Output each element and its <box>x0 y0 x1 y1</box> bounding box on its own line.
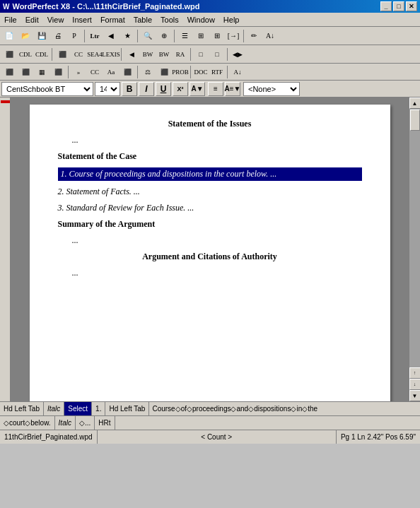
toolbar-btn-9[interactable]: ⊞ <box>193 28 209 44</box>
indent-button[interactable]: A≡▼ <box>225 82 240 96</box>
toolbar3-btn-9[interactable]: ⚖ <box>140 64 156 80</box>
toolbar3-btn-2[interactable]: ⬛ <box>18 64 33 80</box>
scroll-track[interactable] <box>409 109 421 367</box>
menu-window[interactable]: Window <box>183 13 219 26</box>
new-button[interactable]: 📄 <box>1 28 17 44</box>
filename-section: 11thCirBrief_Paginated.wpd <box>0 430 98 444</box>
toolbar2-btn-9[interactable]: BW <box>140 47 156 62</box>
search-button[interactable]: 🔍 <box>140 28 156 44</box>
open-button[interactable]: 📂 <box>18 28 33 44</box>
menu-view[interactable]: View <box>43 13 69 26</box>
toolbar-btn-12[interactable]: ✏ <box>246 28 262 44</box>
print-preview-button[interactable]: P <box>66 28 82 44</box>
toolbar3-btn-14[interactable]: A↓ <box>230 64 245 80</box>
code-italc-1[interactable]: Italc <box>44 402 64 415</box>
toolbar-2: ⬛ CDL CDL ⬛ CC SEA4 LEXIS ◀ BW BW RA □ □… <box>0 45 420 64</box>
toolbar-btn-13[interactable]: A↓ <box>262 28 278 44</box>
toolbar3-btn-11[interactable]: PROB <box>173 64 188 80</box>
toolbar3-sep-1 <box>68 66 69 78</box>
toolbar2-btn-12[interactable]: □ <box>193 47 209 62</box>
toolbar-btn-10[interactable]: ⊞ <box>209 28 225 44</box>
toolbar-btn-7[interactable]: ⊕ <box>156 28 172 44</box>
item-2: 2. Statement of Facts. ... <box>58 187 362 197</box>
scroll-down-button-2[interactable]: ↓ <box>409 379 421 390</box>
menu-insert[interactable]: Insert <box>68 13 96 26</box>
menu-tools[interactable]: Tools <box>156 13 183 26</box>
close-button[interactable]: ✕ <box>406 1 417 11</box>
superscript-button[interactable]: X² <box>173 82 188 96</box>
case-heading-text: Statement of the Case <box>58 151 137 161</box>
toolbar2-btn-11[interactable]: RA <box>173 47 188 62</box>
style-selector[interactable]: <None> <box>243 82 300 96</box>
toolbar2-btn-1[interactable]: ⬛ <box>1 47 17 62</box>
menu-table[interactable]: Table <box>129 13 156 26</box>
document-area: Statement of the Issues ... Statement of… <box>0 98 420 401</box>
scroll-up-button[interactable]: ▲ <box>409 98 421 109</box>
toolbar3-btn-12[interactable]: DOC <box>193 64 209 80</box>
menu-format[interactable]: Format <box>96 13 129 26</box>
toolbar2-sep-3 <box>190 48 191 61</box>
toolbar2-btn-5[interactable]: CC <box>71 47 86 62</box>
toolbar3-btn-1[interactable]: ⬛ <box>1 64 17 80</box>
toolbar2-btn-3[interactable]: CDL <box>34 47 49 62</box>
toolbar2-btn-6[interactable]: SEA4 <box>87 47 103 62</box>
toolbar3-btn-10[interactable]: ⬛ <box>156 64 172 80</box>
save-button[interactable]: 💾 <box>34 28 49 44</box>
position-section: Pg 1 Ln 2.42" Pos 6.59" <box>337 430 420 444</box>
toolbar2-sep-1 <box>52 48 52 61</box>
argument-heading: Argument and Citations of Authority <box>58 252 362 262</box>
toolbar2-btn-14[interactable]: ◀▶ <box>230 47 245 62</box>
menu-edit[interactable]: Edit <box>21 13 43 26</box>
maximize-button[interactable]: □ <box>393 1 404 11</box>
color-button[interactable]: A▼ <box>189 82 205 96</box>
scroll-thumb[interactable] <box>410 110 420 131</box>
vertical-scrollbar[interactable]: ▲ ↑ ↓ ▼ <box>409 98 420 401</box>
toolbar-btn-5[interactable]: ◀ <box>103 28 119 44</box>
toolbar3-btn-6[interactable]: CC <box>87 64 103 80</box>
ellipsis-1: ... <box>72 135 362 146</box>
code-hd-left-tab-1[interactable]: Hd Left Tab <box>0 402 44 415</box>
position-text: Pg 1 Ln 2.42" Pos 6.59" <box>341 433 416 441</box>
toolbar3-btn-13[interactable]: RTF <box>209 64 225 80</box>
code-hd-left-tab-2[interactable]: Hd Left Tab <box>105 402 149 415</box>
toolbar-btn-11[interactable]: [→] <box>226 28 241 44</box>
code-hrt[interactable]: HRt <box>95 416 115 430</box>
toolbar3-sep-3 <box>190 66 191 78</box>
toolbar3-btn-7[interactable]: Aa <box>103 64 119 80</box>
print-button[interactable]: 🖨 <box>50 28 66 44</box>
code-court-below[interactable]: ◇court◇below. <box>0 416 55 430</box>
font-size-selector[interactable]: 14 <box>95 82 120 96</box>
align-button[interactable]: ≡ <box>208 82 223 96</box>
toolbar3-btn-3[interactable]: ▦ <box>34 64 49 80</box>
app-icon: W <box>3 3 9 11</box>
toolbar3-btn-4[interactable]: ⬛ <box>50 64 66 80</box>
scroll-down-button-3[interactable]: ▼ <box>409 390 421 401</box>
toolbar2-btn-2[interactable]: CDL <box>18 47 33 62</box>
toolbar2-btn-13[interactable]: □ <box>209 47 225 62</box>
font-selector[interactable]: CentSchbook BT <box>1 82 93 96</box>
toolbar2-btn-10[interactable]: BW <box>156 47 172 62</box>
filename-text: 11thCirBrief_Paginated.wpd <box>4 433 93 441</box>
scroll-down-button-1[interactable]: ↑ <box>409 367 421 379</box>
code-ellipsis[interactable]: ◇... <box>76 416 95 430</box>
code-content-1: Course◇of◇proceedings◇and◇dispositions◇i… <box>149 405 420 413</box>
toolbar3-btn-8[interactable]: ⬛ <box>119 64 135 80</box>
count-section: < Count > <box>98 430 337 444</box>
toolbar3-btn-5[interactable]: » <box>71 64 86 80</box>
underline-button[interactable]: U <box>156 82 171 96</box>
toolbar2-btn-7[interactable]: LEXIS <box>103 47 119 62</box>
code-number[interactable]: 1. <box>92 402 105 415</box>
ltr-button[interactable]: Ltr <box>87 28 103 44</box>
toolbar-btn-8[interactable]: ☰ <box>177 28 192 44</box>
document-scroll-area[interactable]: Statement of the Issues ... Statement of… <box>11 98 409 401</box>
code-italc-2[interactable]: Italc <box>55 416 76 430</box>
italic-button[interactable]: I <box>139 82 154 96</box>
minimize-button[interactable]: _ <box>380 1 392 11</box>
menu-file[interactable]: File <box>0 13 21 26</box>
toolbar2-btn-4[interactable]: ⬛ <box>54 47 70 62</box>
menu-help[interactable]: Help <box>219 13 244 26</box>
toolbar2-btn-8[interactable]: ◀ <box>124 47 139 62</box>
code-select-button[interactable]: Select <box>64 402 92 415</box>
toolbar-btn-6[interactable]: ★ <box>119 28 135 44</box>
bold-button[interactable]: B <box>122 82 137 96</box>
